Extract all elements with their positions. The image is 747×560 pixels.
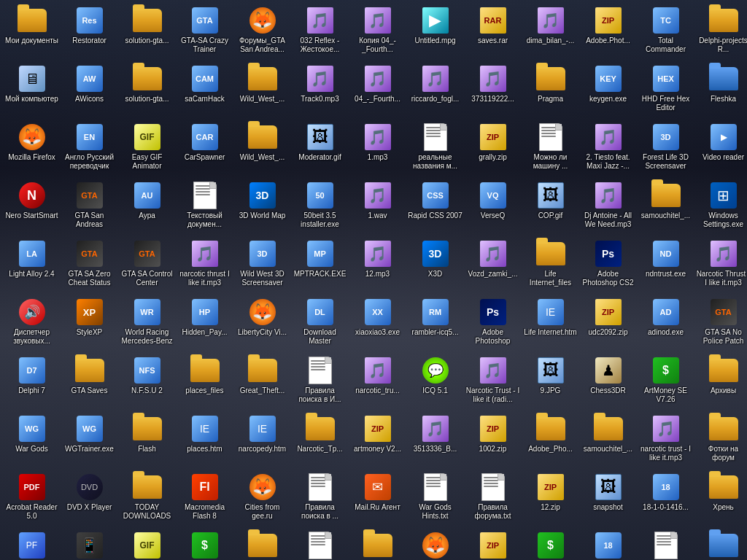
desktop-icon-109[interactable]: 🦊Cities from gee.ru — [233, 470, 291, 528]
desktop-icon-8[interactable]: ▶Untitled.mpg — [406, 3, 464, 61]
desktop-icon-21[interactable]: 🎵riccardo_fogl... — [406, 61, 464, 120]
desktop-icon-97[interactable]: Narcotic_Tр... — [291, 411, 349, 470]
desktop-icon-77[interactable]: ADadinod.exe — [637, 295, 694, 353]
desktop-icon-24[interactable]: KEYkeygen.exe — [579, 61, 637, 120]
desktop-icon-50[interactable]: 🎵Dj Antoine - All We Need.mp3 — [579, 178, 637, 236]
desktop-icon-76[interactable]: ZIPudc2092.zip — [579, 295, 637, 353]
desktop-icon-40[interactable]: NNero StartSmart — [3, 178, 61, 236]
desktop-icon-33[interactable]: 🎵1.mp3 — [349, 120, 406, 178]
desktop-icon-43[interactable]: Текстовый докумен... — [176, 178, 233, 236]
desktop-icon-130[interactable]: Docs for Delphi — [694, 528, 747, 560]
desktop-icon-126[interactable]: ZIP13.zip — [464, 528, 522, 560]
desktop-icon-87[interactable]: 🎵Narcotic Trust - I like it (radi... — [464, 353, 522, 411]
desktop-icon-74[interactable]: PsAdobe Photoshop — [464, 295, 522, 353]
desktop-icon-38[interactable]: 3DForest Life 3D Screensaver — [637, 120, 694, 178]
desktop-icon-122[interactable]: MY SITE — [233, 528, 291, 560]
desktop-icon-28[interactable]: ENАнгло Русский переводчик — [61, 120, 118, 178]
desktop-icon-124[interactable]: tags — [349, 528, 406, 560]
desktop-icon-17[interactable]: CAMsaCamHack — [176, 61, 233, 120]
desktop-icon-18[interactable]: Wild_West_... — [233, 61, 291, 120]
desktop-icon-46[interactable]: 🎵1.wav — [349, 178, 406, 236]
desktop-icon-72[interactable]: XXxiaoxiao3.exe — [349, 295, 406, 353]
desktop-icon-107[interactable]: TODAY DOWNLOADS — [118, 470, 176, 528]
desktop-icon-110[interactable]: Правила поиска в ... — [291, 470, 349, 528]
desktop-icon-1[interactable]: Мои документы — [3, 3, 61, 61]
desktop-icon-129[interactable]: MyviStar Internet.txt — [637, 528, 694, 560]
desktop-icon-106[interactable]: DVDDVD X Player — [61, 470, 118, 528]
desktop-icon-42[interactable]: AUАура — [118, 178, 176, 236]
desktop-icon-89[interactable]: ♟Chess3DR — [579, 353, 637, 411]
desktop-icon-14[interactable]: 🖥Мой компьютер — [3, 61, 61, 120]
desktop-icon-37[interactable]: 🎵2. Tiesto feat. Maxi Jazz -... — [579, 120, 637, 178]
desktop-icon-56[interactable]: 🎵narcotic thrust I like it.mp3 — [176, 236, 233, 295]
desktop-icon-113[interactable]: Правила форума.txt — [464, 470, 522, 528]
desktop-icon-92[interactable]: WGWar Gods — [3, 411, 61, 470]
desktop-icon-100[interactable]: ZIP1002.zip — [464, 411, 522, 470]
desktop-icon-64[interactable]: NDndntrust.exe — [637, 236, 694, 295]
desktop-icon-62[interactable]: Life Internet_files — [522, 236, 579, 295]
desktop-icon-39[interactable]: ▶Video reader — [694, 120, 747, 178]
desktop-icon-71[interactable]: DLDownload Master — [291, 295, 349, 353]
desktop-icon-90[interactable]: $ArtMoney SE V7.26 — [637, 353, 694, 411]
desktop-icon-116[interactable]: 1818-1-0-1416... — [637, 470, 694, 528]
desktop-icon-80[interactable]: GTA Saves — [61, 353, 118, 411]
desktop-icon-29[interactable]: GIFEasy GIF Animator — [118, 120, 176, 178]
desktop-icon-4[interactable]: GTAGTA-SA Crazy Trainer — [176, 3, 233, 61]
desktop-icon-49[interactable]: 🖼COP.gif — [522, 178, 579, 236]
desktop-icon-82[interactable]: places_files — [176, 353, 233, 411]
desktop-icon-121[interactable]: $ARTMONEY — [176, 528, 233, 560]
desktop-icon-52[interactable]: ⊞Windows Settings.exe — [694, 178, 747, 236]
desktop-icon-59[interactable]: 🎵12.mp3 — [349, 236, 406, 295]
desktop-icon-85[interactable]: 🎵narcotic_tru... — [349, 353, 406, 411]
desktop-icon-9[interactable]: RARsaves.rar — [464, 3, 522, 61]
desktop-icon-41[interactable]: GTAGTA San Andreas — [61, 178, 118, 236]
desktop-icon-35[interactable]: ZIPgrally.zip — [464, 120, 522, 178]
desktop-icon-44[interactable]: 3D3D World Map — [233, 178, 291, 236]
desktop-icon-99[interactable]: 🎵3513336_B... — [406, 411, 464, 470]
desktop-icon-55[interactable]: GTAGTA SA Control Center — [118, 236, 176, 295]
desktop-icon-66[interactable]: 🔊Диспетчер звуковых... — [3, 295, 61, 353]
desktop-icon-6[interactable]: 🎵032 Reflex - Жестокое... — [291, 3, 349, 61]
desktop-icon-125[interactable]: 🦊Форумы_GTA San Andrea... — [406, 528, 464, 560]
desktop-icon-45[interactable]: 5050beit 3.5 installer.exe — [291, 178, 349, 236]
desktop-icon-88[interactable]: 🖼9.JPG — [522, 353, 579, 411]
desktop-icon-120[interactable]: GIFGIF Animator — [118, 528, 176, 560]
desktop-icon-83[interactable]: Great_Theft... — [233, 353, 291, 411]
desktop-icon-101[interactable]: Adobe_Pho... — [522, 411, 579, 470]
desktop-icon-115[interactable]: 🖼snapshot — [579, 470, 637, 528]
desktop-icon-95[interactable]: IEplaces.htm — [176, 411, 233, 470]
desktop-icon-67[interactable]: XPStyleXP — [61, 295, 118, 353]
desktop-icon-16[interactable]: solution-gta... — [118, 61, 176, 120]
desktop-icon-102[interactable]: samouchitel_... — [579, 411, 637, 470]
desktop-icon-53[interactable]: LALight Alloy 2.4 — [3, 236, 61, 295]
desktop-icon-3[interactable]: solution-gta... — [118, 3, 176, 61]
desktop-icon-13[interactable]: Delphi-projects R... — [694, 3, 747, 61]
desktop-icon-47[interactable]: CSSRapid CSS 2007 — [406, 178, 464, 236]
desktop-icon-5[interactable]: 🦊Форумы_GTA San Andrea... — [233, 3, 291, 61]
desktop-icon-70[interactable]: 🦊LibertyCity Vi... — [233, 295, 291, 353]
desktop-icon-117[interactable]: Хрень — [694, 470, 747, 528]
desktop-icon-96[interactable]: IEnarcopedy.htm — [233, 411, 291, 470]
desktop-icon-25[interactable]: HEXHHD Free Hex Editor — [637, 61, 694, 120]
desktop-icon-84[interactable]: Правила поиска в И... — [291, 353, 349, 411]
desktop-icon-10[interactable]: 🎵dima_bilan_-... — [522, 3, 579, 61]
desktop-icon-7[interactable]: 🎵Копия 04_-_Fourth... — [349, 3, 406, 61]
desktop-icon-2[interactable]: ResRestorator — [61, 3, 118, 61]
desktop-icon-15[interactable]: AWAWicons — [61, 61, 118, 120]
desktop-icon-31[interactable]: Wild_West_... — [233, 120, 291, 178]
desktop-icon-114[interactable]: ZIP12.zip — [522, 470, 579, 528]
desktop-icon-19[interactable]: 🎵Track0.mp3 — [291, 61, 349, 120]
desktop-icon-118[interactable]: PFPIMS & File Manager — [3, 528, 61, 560]
desktop-icon-27[interactable]: 🦊Mozilla Firefox — [3, 120, 61, 178]
desktop-icon-127[interactable]: $ArtMoney SE V7.23 — [522, 528, 579, 560]
desktop-icon-119[interactable]: 📱Mobile Ringtone... — [61, 528, 118, 560]
desktop-icon-26[interactable]: Fleshka — [694, 61, 747, 120]
desktop-icon-58[interactable]: MPMPTRACK.EXE — [291, 236, 349, 295]
desktop-icon-75[interactable]: IELife Internet.htm — [522, 295, 579, 353]
desktop-icon-65[interactable]: 🎵Narcotic Thrust - I like it.mp3 — [694, 236, 747, 295]
desktop-icon-78[interactable]: GTAGTA SA No Police Patch — [694, 295, 747, 353]
desktop-icon-81[interactable]: NFSN.F.S.U 2 — [118, 353, 176, 411]
desktop-icon-94[interactable]: Flash — [118, 411, 176, 470]
desktop-icon-60[interactable]: 3DX3D — [406, 236, 464, 295]
desktop-icon-111[interactable]: ✉Mail.Ru Агент — [349, 470, 406, 528]
